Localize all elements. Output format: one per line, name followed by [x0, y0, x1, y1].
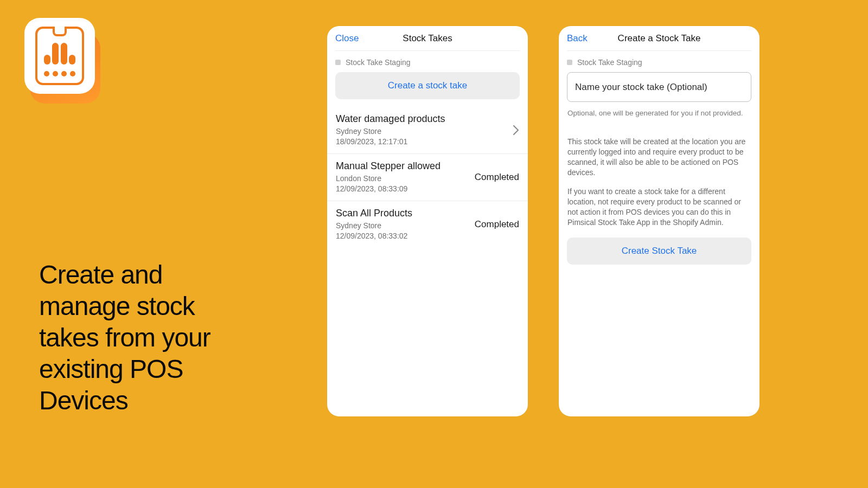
list-item-title: Water damaged products — [336, 113, 445, 125]
input-helper-text: Optional, one will be generated for you … — [567, 108, 751, 118]
list-item[interactable]: Scan All Products Sydney Store 12/09/202… — [327, 201, 528, 248]
stock-takes-card: Close Stock Takes Stock Take Staging Cre… — [327, 26, 528, 416]
breadcrumb-label: Stock Take Staging — [346, 58, 411, 67]
info-paragraph: If you want to create a stock take for a… — [567, 187, 751, 228]
close-button[interactable]: Close — [335, 33, 359, 44]
breadcrumb: Stock Take Staging — [327, 51, 528, 72]
stock-take-name-input[interactable] — [575, 82, 743, 93]
status-badge: Completed — [475, 172, 519, 183]
app-icon — [24, 18, 100, 105]
list-item-title: Manual Stepper allowed — [336, 160, 441, 172]
list-item-timestamp: 12/09/2023, 08:33:02 — [336, 231, 412, 241]
create-stock-take-card: Back Create a Stock Take Stock Take Stag… — [559, 26, 760, 416]
breadcrumb: Stock Take Staging — [559, 51, 760, 72]
app-icon-front — [24, 18, 95, 94]
card-title: Create a Stock Take — [618, 33, 701, 44]
back-button[interactable]: Back — [567, 33, 588, 44]
store-icon — [567, 60, 572, 65]
list-item-title: Scan All Products — [336, 208, 412, 219]
card-title: Stock Takes — [403, 33, 452, 44]
list-item[interactable]: Water damaged products Sydney Store 18/0… — [327, 107, 528, 154]
card-header: Close Stock Takes — [327, 26, 528, 50]
marketing-headline: Create and manage stock takes from your … — [39, 259, 256, 416]
status-badge: Completed — [475, 219, 519, 230]
breadcrumb-label: Stock Take Staging — [577, 58, 642, 67]
create-stock-take-button[interactable]: Create a stock take — [335, 72, 520, 99]
stock-take-list: Water damaged products Sydney Store 18/0… — [327, 107, 528, 248]
list-item-timestamp: 12/09/2023, 08:33:09 — [336, 184, 441, 194]
list-item[interactable]: Manual Stepper allowed London Store 12/0… — [327, 154, 528, 201]
create-stock-take-submit-button[interactable]: Create Stock Take — [567, 237, 751, 265]
card-header: Back Create a Stock Take — [559, 26, 760, 50]
list-item-store: London Store — [336, 174, 441, 184]
info-paragraph: This stock take will be created at the l… — [567, 137, 751, 178]
stock-take-name-field[interactable] — [567, 72, 751, 102]
chevron-right-icon — [513, 125, 519, 136]
list-item-store: Sydney Store — [336, 126, 445, 137]
list-item-timestamp: 18/09/2023, 12:17:01 — [336, 137, 445, 147]
store-icon — [335, 60, 341, 65]
list-item-store: Sydney Store — [336, 221, 412, 231]
